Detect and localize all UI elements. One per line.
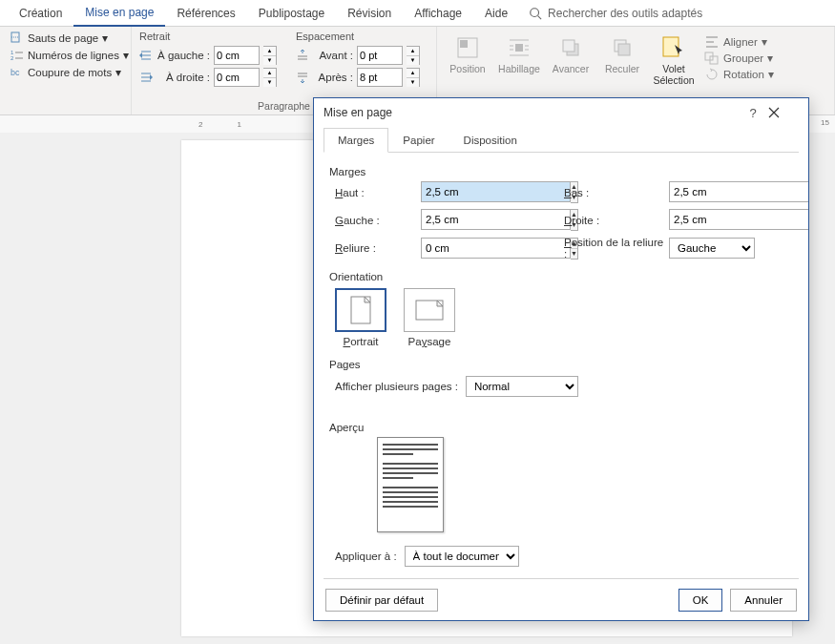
indent-left-icon bbox=[139, 49, 153, 62]
dialog-title: Mise en page bbox=[324, 106, 738, 119]
search-icon bbox=[529, 7, 542, 20]
multiple-pages-select[interactable]: Normal bbox=[466, 376, 578, 397]
spacing-before-label: Avant : bbox=[313, 50, 353, 61]
gutter-position-select[interactable]: Gauche bbox=[669, 238, 755, 259]
margin-left-label: Gauche : bbox=[335, 215, 421, 226]
svg-text:2: 2 bbox=[10, 55, 14, 61]
indent-left-input[interactable] bbox=[214, 46, 260, 65]
svg-rect-14 bbox=[618, 44, 630, 55]
position-button[interactable]: Position bbox=[445, 31, 491, 78]
margin-bottom-label: Bas : bbox=[564, 187, 669, 198]
dialog-titlebar: Mise en page ? bbox=[314, 98, 808, 127]
set-default-button[interactable]: Définir par défaut bbox=[325, 589, 438, 612]
gutter-position-label: Position de la reliure : bbox=[564, 237, 669, 260]
margin-left-input[interactable] bbox=[421, 209, 571, 230]
line-numbers-icon: 12 bbox=[10, 49, 24, 62]
position-label: Position bbox=[449, 63, 485, 74]
hyphenation-icon: bc bbox=[10, 66, 24, 79]
margins-section-label: Marges bbox=[329, 166, 793, 177]
margin-bottom-input[interactable] bbox=[669, 181, 808, 202]
portrait-icon bbox=[350, 296, 371, 324]
svg-rect-9 bbox=[460, 40, 468, 48]
tab-revision[interactable]: Révision bbox=[336, 1, 403, 26]
group-icon bbox=[704, 52, 720, 65]
group-button[interactable]: Grouper▾ bbox=[702, 51, 776, 66]
indent-header: Retrait bbox=[139, 31, 277, 42]
tell-me-search[interactable]: Rechercher des outils adaptés bbox=[529, 7, 702, 20]
indent-right-input[interactable] bbox=[214, 68, 260, 87]
align-button[interactable]: Aligner▾ bbox=[702, 34, 776, 50]
tab-references[interactable]: Références bbox=[165, 1, 246, 26]
cancel-button[interactable]: Annuler bbox=[730, 589, 797, 612]
tab-aide[interactable]: Aide bbox=[473, 1, 519, 26]
svg-line-1 bbox=[538, 15, 542, 19]
gutter-label: Reliure : bbox=[335, 242, 421, 254]
page-breaks-button[interactable]: Sauts de page▾ bbox=[8, 31, 132, 46]
margin-right-input[interactable] bbox=[669, 209, 808, 230]
selection-pane-icon bbox=[661, 35, 686, 60]
close-button[interactable] bbox=[768, 107, 799, 118]
ruler-right-marker: 15 bbox=[821, 118, 829, 127]
ok-button[interactable]: OK bbox=[678, 589, 723, 612]
line-numbers-label: Numéros de lignes bbox=[28, 50, 119, 61]
wrap-label: Habillage bbox=[498, 63, 540, 74]
svg-rect-12 bbox=[563, 40, 574, 52]
landscape-label: Paysage bbox=[408, 336, 451, 347]
spacing-after-spinner[interactable]: ▲▼ bbox=[407, 68, 420, 87]
indent-left-spinner[interactable]: ▲▼ bbox=[263, 46, 277, 65]
hyphenation-button[interactable]: bc Coupure de mots▾ bbox=[8, 65, 132, 80]
multiple-pages-label: Afficher plusieurs pages : bbox=[335, 381, 458, 392]
spacing-after-label: Après : bbox=[313, 72, 353, 83]
forward-icon bbox=[559, 36, 582, 59]
tab-affichage[interactable]: Affichage bbox=[403, 1, 473, 26]
dialog-tab-disposition[interactable]: Disposition bbox=[449, 128, 532, 153]
svg-text:bc: bc bbox=[10, 68, 20, 77]
rotate-icon bbox=[704, 68, 720, 81]
apply-to-select[interactable]: À tout le document bbox=[405, 546, 519, 567]
indent-right-label: À droite : bbox=[157, 72, 210, 83]
dialog-tabs: Marges Papier Disposition bbox=[324, 127, 799, 153]
backward-label: Reculer bbox=[605, 63, 639, 74]
dialog-tab-marges[interactable]: Marges bbox=[324, 128, 388, 153]
spacing-after-icon bbox=[296, 71, 309, 84]
landscape-icon bbox=[415, 300, 444, 321]
ribbon-tabs: Création Mise en page Références Publipo… bbox=[0, 0, 835, 27]
orientation-portrait[interactable]: Portrait bbox=[335, 288, 386, 347]
group-title-page-setup bbox=[8, 98, 123, 113]
forward-label: Avancer bbox=[553, 63, 589, 74]
spacing-before-spinner[interactable]: ▲▼ bbox=[407, 46, 420, 65]
page-break-icon bbox=[10, 31, 24, 45]
hyphenation-label: Coupure de mots bbox=[28, 67, 112, 78]
group-page-setup: Sauts de page▾ 12 Numéros de lignes▾ bc … bbox=[0, 27, 132, 114]
gutter-input[interactable] bbox=[421, 238, 571, 259]
orientation-section-label: Orientation bbox=[329, 271, 793, 282]
preview-box bbox=[377, 437, 444, 532]
indent-right-spinner[interactable]: ▲▼ bbox=[263, 68, 277, 87]
group-label: Grouper bbox=[723, 52, 763, 64]
apply-to-label: Appliquer à : bbox=[335, 551, 397, 562]
backward-icon bbox=[611, 36, 634, 59]
help-button[interactable]: ? bbox=[738, 106, 768, 120]
rotate-button[interactable]: Rotation▾ bbox=[702, 67, 776, 82]
close-icon bbox=[768, 107, 780, 118]
wrap-text-button[interactable]: Habillage bbox=[496, 31, 542, 78]
tab-mise-en-page[interactable]: Mise en page bbox=[73, 0, 165, 27]
tab-creation[interactable]: Création bbox=[8, 1, 73, 26]
svg-rect-10 bbox=[515, 44, 523, 52]
position-icon bbox=[456, 36, 479, 59]
spacing-after-input[interactable] bbox=[357, 68, 403, 87]
dialog-body: Marges Haut : ▲▼ Bas : ▲▼ Gauche : ▲▼ Dr… bbox=[314, 153, 808, 578]
bring-forward-button[interactable]: Avancer bbox=[548, 31, 594, 78]
line-numbers-button[interactable]: 12 Numéros de lignes▾ bbox=[8, 48, 132, 63]
dialog-footer: Définir par défaut OK Annuler bbox=[324, 578, 799, 620]
spacing-before-input[interactable] bbox=[357, 46, 403, 65]
selection-pane-label: Volet Sélection bbox=[653, 63, 695, 86]
tab-publipostage[interactable]: Publipostage bbox=[247, 1, 336, 26]
page-setup-dialog: Mise en page ? Marges Papier Disposition… bbox=[313, 97, 809, 621]
dialog-tab-papier[interactable]: Papier bbox=[388, 128, 449, 153]
margin-top-input[interactable] bbox=[421, 181, 571, 202]
send-backward-button[interactable]: Reculer bbox=[599, 31, 645, 78]
orientation-landscape[interactable]: Paysage bbox=[404, 288, 455, 347]
page-breaks-label: Sauts de page bbox=[28, 32, 98, 44]
selection-pane-button[interactable]: Volet Sélection bbox=[651, 31, 697, 90]
